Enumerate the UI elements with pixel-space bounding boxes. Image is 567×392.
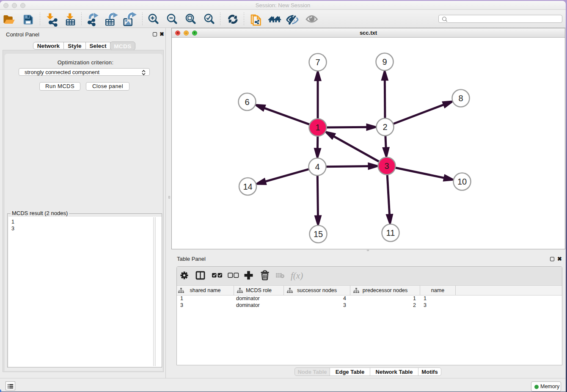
svg-text:1: 1: [315, 123, 320, 132]
svg-text:8: 8: [458, 94, 463, 103]
svg-text:14: 14: [243, 182, 252, 191]
svg-text:4: 4: [315, 162, 319, 171]
svg-text:15: 15: [314, 229, 323, 239]
svg-text:6: 6: [245, 97, 249, 107]
svg-text:f(x): f(x): [291, 271, 303, 281]
svg-text:7: 7: [315, 58, 320, 67]
svg-text:11: 11: [386, 228, 395, 237]
svg-text:2: 2: [383, 122, 387, 132]
svg-text:10: 10: [457, 177, 467, 186]
svg-text:3: 3: [384, 161, 389, 171]
svg-text:9: 9: [382, 57, 387, 66]
